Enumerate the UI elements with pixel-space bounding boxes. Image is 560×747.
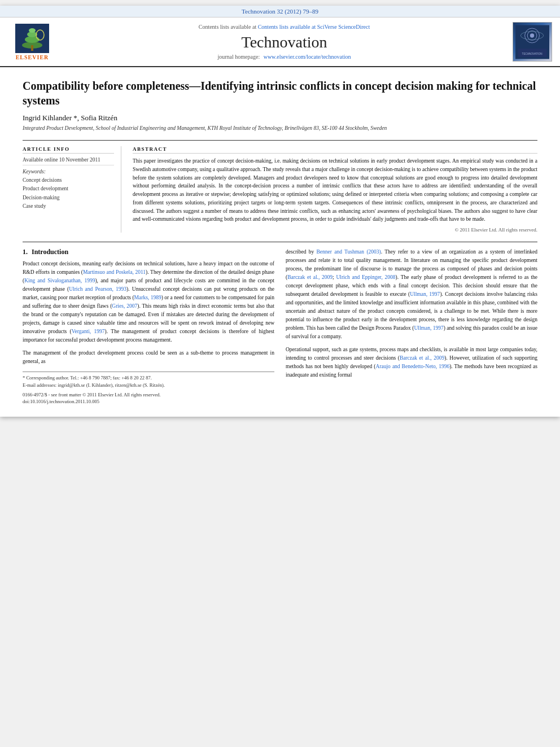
article-authors: Ingrid Kihlander *, Sofia Ritzén <box>23 113 537 123</box>
body-section: 1. Introduction Product concept decision… <box>23 248 537 405</box>
ref-gries[interactable]: Gries, 2007 <box>112 303 137 309</box>
intro-right-paragraph-2: Operational support, such as gate system… <box>286 346 537 379</box>
svg-point-4 <box>29 28 36 33</box>
contents-line: Contents lists available at Contents lis… <box>199 24 370 30</box>
section-divider <box>23 242 537 242</box>
keywords-list: Concept decisions Product development De… <box>23 176 114 211</box>
journal-thumbnail: TECHNOVATION <box>511 22 553 62</box>
journal-homepage: journal homepage: www.elsevier.com/locat… <box>217 54 351 60</box>
ref-verganti[interactable]: Verganti, 1997 <box>72 329 105 334</box>
article-title: Compatibility before completeness—Identi… <box>23 78 537 108</box>
body-right-column: described by Benner and Tushman (2003). … <box>286 248 537 405</box>
abstract-text: This paper investigates the practice of … <box>133 157 537 224</box>
page: Technovation 32 (2012) 79–89 ELSEVIER Co… <box>0 6 560 417</box>
sciverse-link[interactable]: Contents lists available at SciVerse Sci… <box>258 24 370 30</box>
article-info-heading: ARTICLE INFO <box>23 146 114 154</box>
ref-ulrich-pearson[interactable]: Ulrich and Pearson, 1993 <box>69 286 126 292</box>
ref-martinsuo[interactable]: Martinsuo and Poskela, 2011 <box>83 269 146 275</box>
journal-reference-bar: Technovation 32 (2012) 79–89 <box>0 6 560 18</box>
intro-right-paragraph-1: described by Benner and Tushman (2003). … <box>286 248 537 341</box>
elsevier-logo: ELSEVIER <box>7 22 58 62</box>
keyword-3: Decision-making <box>23 194 114 202</box>
journal-cover-image: TECHNOVATION <box>513 22 552 62</box>
svg-point-10 <box>530 33 533 37</box>
theme-word: theme <box>200 350 213 356</box>
ref-ulrich-eppinger[interactable]: Ulrich and Eppinger, 2008 <box>336 274 395 280</box>
abstract-column: ABSTRACT This paper investigates the pra… <box>133 146 537 233</box>
footnote-line-1: * Corresponding author. Tel.: +46 8 790 … <box>23 374 274 382</box>
footnote-area: * Corresponding author. Tel.: +46 8 790 … <box>23 372 274 405</box>
elsevier-tree-icon <box>15 24 49 53</box>
keyword-1: Concept decisions <box>23 176 114 185</box>
svg-text:TECHNOVATION: TECHNOVATION <box>522 53 542 55</box>
footnote-doi: doi:10.1016/j.technovation.2011.10.005 <box>23 398 274 405</box>
available-online-date: Available online 10 November 2011 <box>23 157 114 165</box>
footnote-line-2: E-mail addresses: ingrid@kth.se (I. Kihl… <box>23 382 274 389</box>
ref-ullman2[interactable]: Ullman, 1997 <box>414 325 443 331</box>
ref-barczak1[interactable]: Barczak et al., 2009 <box>287 274 333 280</box>
keywords-label: Keywords: <box>23 169 114 174</box>
journal-title: Technovation <box>242 33 327 51</box>
journal-reference-text: Technovation 32 (2012) 79–89 <box>242 8 318 15</box>
journal-header: ELSEVIER Contents lists available at Con… <box>0 18 560 67</box>
abstract-heading: ABSTRACT <box>133 146 537 154</box>
copyright-notice: © 2011 Elsevier Ltd. All rights reserved… <box>133 227 537 233</box>
section-title: Introduction <box>32 248 68 256</box>
elsevier-brand-text: ELSEVIER <box>16 54 49 60</box>
ref-benner[interactable]: Benner and Tushman (2003) <box>317 249 381 255</box>
ref-ullman1[interactable]: Ullman, 1997 <box>410 291 440 297</box>
article-content: Compatibility before completeness—Identi… <box>0 67 560 417</box>
article-affiliation: Integrated Product Development, School o… <box>23 125 537 132</box>
intro-section-title: 1. Introduction <box>23 248 274 256</box>
article-info-column: ARTICLE INFO Available online 10 Novembe… <box>23 146 121 233</box>
journal-center: Contents lists available at Contents lis… <box>63 22 505 62</box>
footnote-license: 0166-4972/$ - see front matter © 2011 El… <box>23 391 274 399</box>
homepage-label: journal homepage: <box>217 54 260 60</box>
keyword-4: Case study <box>23 202 114 211</box>
section-number: 1. <box>23 248 28 256</box>
body-left-column: 1. Introduction Product concept decision… <box>23 248 274 405</box>
svg-rect-5 <box>31 45 33 51</box>
homepage-url[interactable]: www.elsevier.com/locate/technovation <box>264 54 351 60</box>
ref-araujo[interactable]: Araujo and Benedetto-Neto, 1996 <box>375 364 449 369</box>
contents-text: Contents lists available at <box>199 24 258 30</box>
article-info-abstract-section: ARTICLE INFO Available online 10 Novembe… <box>23 140 537 233</box>
intro-paragraph-1: Product concept decisions, meaning early… <box>23 260 274 344</box>
ref-king[interactable]: King and Sivaloganathan, 1999 <box>24 278 95 283</box>
ref-barczak2[interactable]: Barczak et al., 2009 <box>400 355 444 361</box>
ref-marks[interactable]: Marks, 1989 <box>134 295 161 300</box>
keyword-2: Product development <box>23 185 114 193</box>
intro-paragraph-2: The management of the product developmen… <box>23 349 274 366</box>
